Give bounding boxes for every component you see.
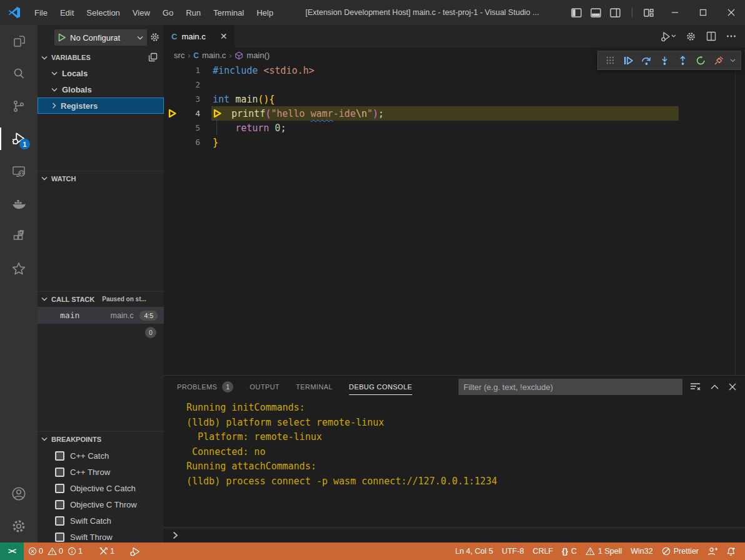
disconnect-icon[interactable] — [712, 54, 726, 68]
call-stack-section-header[interactable]: CALL STACK Paused on st... — [38, 291, 164, 306]
menu-file[interactable]: File — [28, 4, 54, 21]
continue-icon[interactable] — [621, 54, 635, 68]
toolbar-drag-grip[interactable] — [603, 54, 617, 68]
variables-item-registers[interactable]: Registers — [38, 98, 164, 114]
step-over-icon[interactable] — [639, 54, 653, 68]
breakpoint-checkbox[interactable] — [55, 532, 64, 542]
language-mode[interactable]: {} C — [557, 542, 581, 560]
panel-tab-label: DEBUG CONSOLE — [349, 383, 412, 391]
thread-row[interactable]: 0 — [38, 325, 164, 340]
tools-status[interactable]: 1 — [94, 542, 119, 560]
variables-item-globals[interactable]: Globals — [38, 81, 164, 98]
problems-status[interactable]: 0 0 1 — [24, 542, 87, 560]
panel-tab-label: PROBLEMS — [177, 383, 217, 391]
chevron-down-icon[interactable] — [730, 59, 736, 62]
variables-section-header[interactable]: VARIABLES — [38, 50, 164, 65]
menu-edit[interactable]: Edit — [54, 4, 80, 21]
notifications-bell-item[interactable] — [722, 542, 740, 560]
breakpoint-gutter[interactable] — [164, 135, 183, 149]
breadcrumb-file[interactable]: main.c — [202, 51, 226, 60]
menu-go[interactable]: Go — [156, 4, 180, 21]
search-icon[interactable] — [0, 58, 38, 90]
maximize-panel-icon[interactable] — [711, 384, 719, 389]
clear-console-icon[interactable] — [690, 382, 701, 391]
debug-console-repl-input[interactable] — [164, 528, 745, 542]
breadcrumb-folder[interactable]: src — [174, 51, 185, 60]
feedback-icon-item[interactable] — [703, 542, 722, 560]
stack-frame-row[interactable]: main main.c 4:5 — [38, 307, 164, 324]
breakpoint-checkbox[interactable] — [55, 484, 64, 493]
run-and-debug-icon[interactable]: 1 — [0, 122, 38, 155]
watch-section-header[interactable]: WATCH — [38, 171, 164, 186]
toggle-sidebar-icon[interactable] — [571, 8, 582, 18]
breakpoint-row-objective-c-throw[interactable]: Objective C Throw — [38, 496, 164, 512]
open-launch-json-gear-icon[interactable] — [150, 32, 160, 42]
breakpoint-gutter[interactable] — [164, 121, 183, 135]
breakpoints-section-header[interactable]: BREAKPOINTS — [38, 431, 164, 446]
panel-tab-debug-console[interactable]: DEBUG CONSOLE — [349, 376, 412, 398]
start-debug-icon[interactable] — [58, 33, 66, 42]
source-control-icon[interactable] — [0, 90, 38, 122]
menu-run[interactable]: Run — [180, 4, 207, 21]
breakpoint-gutter[interactable] — [164, 106, 183, 121]
debug-console-filter-input[interactable] — [459, 379, 682, 395]
code-editor[interactable]: 1#include <stdio.h>23int main(){4printf(… — [164, 63, 745, 375]
breakpoint-checkbox[interactable] — [55, 516, 64, 526]
close-panel-icon[interactable] — [729, 383, 736, 391]
breakpoint-checkbox[interactable] — [55, 451, 64, 461]
debug-config-dropdown[interactable]: No Configurat — [54, 29, 147, 46]
menu-help[interactable]: Help — [250, 4, 280, 21]
breakpoint-gutter[interactable] — [164, 63, 183, 78]
problems-badge: 1 — [222, 381, 233, 392]
wamr-extension-star-icon[interactable] — [0, 252, 38, 285]
editor-actions — [661, 25, 745, 48]
breadcrumb-symbol[interactable]: main() — [246, 51, 270, 60]
menu-view[interactable]: View — [126, 4, 156, 21]
breakpoint-row-swift-catch[interactable]: Swift Catch — [38, 512, 164, 529]
menu-terminal[interactable]: Terminal — [207, 4, 250, 21]
step-into-icon[interactable] — [657, 54, 671, 68]
settings-gear-icon[interactable] — [0, 510, 38, 542]
toggle-secondary-sidebar-icon[interactable] — [610, 8, 621, 18]
settings-gear-icon[interactable] — [686, 31, 696, 42]
panel-tab-problems[interactable]: PROBLEMS1 — [177, 376, 233, 398]
step-out-icon[interactable] — [676, 54, 689, 68]
remote-explorer-icon[interactable] — [0, 155, 38, 188]
minimize-button[interactable] — [661, 0, 689, 25]
collapse-all-icon[interactable] — [148, 52, 158, 62]
breakpoint-row-swift-throw[interactable]: Swift Throw — [38, 529, 164, 542]
cursor-position[interactable]: Ln 4, Col 5 — [451, 542, 497, 560]
breakpoint-checkbox[interactable] — [55, 468, 64, 477]
panel-tab-terminal[interactable]: TERMINAL — [296, 376, 333, 398]
eol-sequence[interactable]: CRLF — [529, 542, 558, 560]
tab-close-icon[interactable]: ✕ — [220, 31, 228, 41]
breakpoint-row-c-throw[interactable]: C++ Throw — [38, 464, 164, 480]
breakpoint-gutter[interactable] — [164, 78, 183, 92]
close-button[interactable] — [717, 0, 745, 25]
toggle-panel-icon[interactable] — [590, 8, 601, 18]
explorer-icon[interactable] — [0, 25, 38, 58]
remote-indicator[interactable]: >< — [0, 542, 24, 560]
breakpoint-gutter[interactable] — [164, 92, 183, 106]
formatter[interactable]: Prettier — [657, 542, 703, 560]
panel-tab-output[interactable]: OUTPUT — [250, 376, 280, 398]
split-editor-icon[interactable] — [706, 31, 716, 41]
restart-icon[interactable] — [694, 54, 707, 68]
breakpoint-checkbox[interactable] — [55, 500, 64, 509]
encoding[interactable]: UTF-8 — [497, 542, 528, 560]
breakpoint-row-objective-c-catch[interactable]: Objective C Catch — [38, 480, 164, 496]
extensions-icon[interactable] — [0, 220, 38, 252]
docker-icon[interactable] — [0, 188, 38, 220]
menu-selection[interactable]: Selection — [80, 4, 126, 21]
platform[interactable]: Win32 — [626, 542, 657, 560]
account-icon[interactable] — [0, 478, 38, 510]
debug-status-icon-item[interactable] — [125, 542, 145, 560]
spell-checker[interactable]: 1 Spell — [581, 542, 626, 560]
breakpoint-row-c-catch[interactable]: C++ Catch — [38, 448, 164, 464]
variables-item-locals[interactable]: Locals — [38, 65, 164, 81]
maximize-button[interactable] — [689, 0, 717, 25]
tab-main-c[interactable]: C main.c ✕ — [164, 25, 235, 48]
more-actions-icon[interactable] — [726, 31, 736, 41]
customize-layout-icon[interactable] — [644, 8, 654, 18]
run-or-debug-icon[interactable] — [661, 31, 676, 42]
